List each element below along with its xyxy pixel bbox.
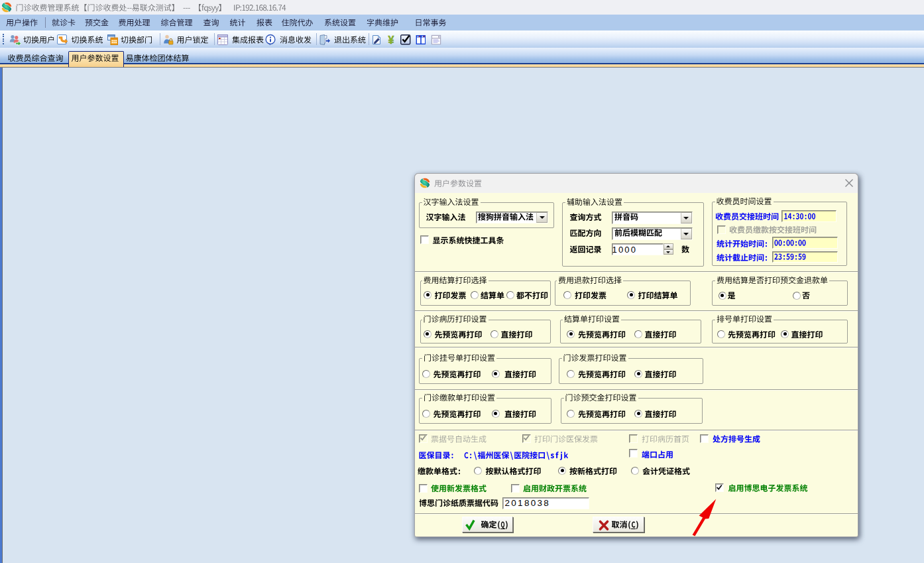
svg-text:¥: ¥	[388, 34, 394, 46]
